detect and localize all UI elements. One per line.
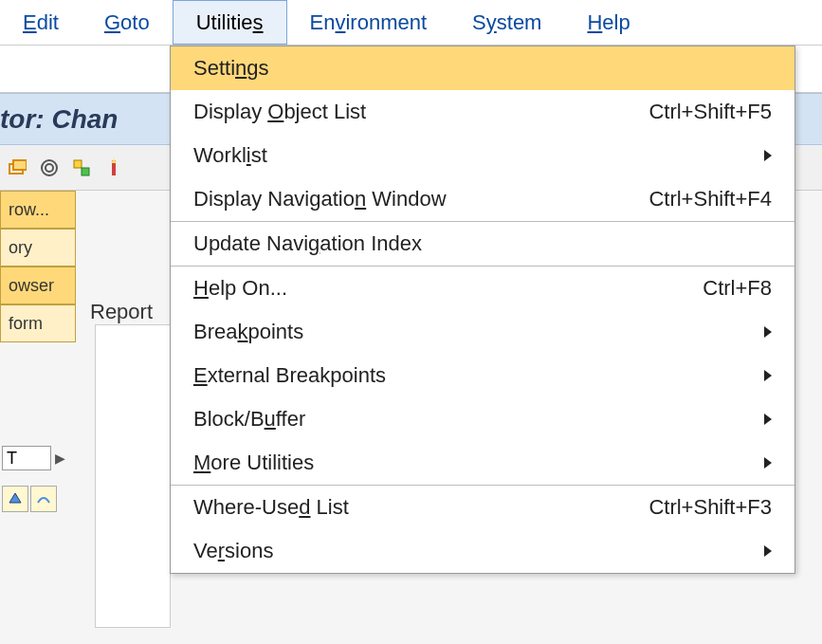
left-tab-3[interactable]: form [0, 304, 76, 342]
chevron-right-icon [764, 150, 772, 161]
menu-item-shortcut: Ctrl+F8 [703, 276, 772, 301]
mini-icons [2, 486, 57, 512]
menu-item-display-object-list[interactable]: Display Object ListCtrl+Shift+F5 [171, 90, 795, 134]
menu-item-external-breakpoints[interactable]: External Breakpoints [171, 354, 795, 397]
left-tab-2[interactable]: owser [0, 267, 76, 304]
mini-icon-1[interactable] [2, 486, 28, 512]
svg-rect-1 [13, 160, 27, 170]
menu-item-label: External Breakpoints [193, 363, 745, 388]
menu-item-label: More Utilities [193, 451, 745, 475]
box2-icon[interactable] [68, 155, 95, 181]
editor-gutter [95, 324, 171, 628]
menubar-item-system[interactable]: System [449, 0, 564, 45]
menubar-item-edit[interactable]: Edit [0, 0, 82, 45]
menu-item-label: Display Object List [193, 100, 630, 124]
svg-point-3 [46, 164, 53, 172]
menubar-item-goto[interactable]: Goto [82, 0, 173, 45]
wand-icon[interactable] [100, 155, 127, 181]
chevron-right-icon [764, 545, 772, 557]
menu-item-display-navigation-window[interactable]: Display Navigation WindowCtrl+Shift+F4 [171, 177, 795, 221]
menu-item-where-used-list[interactable]: Where-Used ListCtrl+Shift+F3 [171, 486, 795, 529]
menu-item-shortcut: Ctrl+Shift+F4 [648, 187, 772, 212]
menu-item-more-utilities[interactable]: More Utilities [171, 441, 795, 485]
left-tabs: row...oryowserform [0, 191, 76, 342]
menu-item-settings[interactable]: Settings [171, 46, 795, 90]
menu-item-label: Versions [193, 539, 745, 563]
menu-item-label: Update Navigation Index [193, 231, 772, 256]
menu-item-help-on-[interactable]: Help On...Ctrl+F8 [171, 267, 795, 310]
svg-marker-7 [111, 158, 117, 163]
menu-item-breakpoints[interactable]: Breakpoints [171, 310, 795, 354]
menu-item-label: Where-Used List [193, 495, 630, 520]
menu-item-shortcut: Ctrl+Shift+F5 [648, 100, 772, 124]
box-icon[interactable] [4, 155, 30, 181]
mini-icon-2[interactable] [30, 486, 57, 512]
menu-item-label: Worklist [193, 143, 745, 168]
title-text: tor: Chan [0, 104, 118, 135]
chevron-right-icon [764, 370, 772, 381]
menubar-item-environment[interactable]: Environment [287, 0, 450, 45]
left-tab-0[interactable]: row... [0, 191, 76, 229]
chevron-right-icon [764, 414, 772, 425]
utilities-dropdown: SettingsDisplay Object ListCtrl+Shift+F5… [170, 46, 795, 574]
left-tab-1[interactable]: ory [0, 229, 76, 267]
menu-item-shortcut: Ctrl+Shift+F3 [648, 495, 772, 520]
svg-point-2 [42, 160, 57, 175]
svg-rect-5 [82, 168, 89, 175]
menubar: EditGotoUtilitiesEnvironmentSystemHelp [0, 0, 822, 46]
svg-rect-4 [74, 160, 82, 168]
field-row: ▶ [2, 446, 65, 470]
menu-item-label: Block/Buffer [193, 407, 745, 432]
menu-item-block-buffer[interactable]: Block/Buffer [171, 397, 795, 441]
chevron-right-icon [764, 457, 772, 469]
field-input[interactable] [2, 446, 51, 470]
report-label: Report [90, 300, 153, 324]
svg-marker-8 [9, 493, 21, 503]
menu-item-update-navigation-index[interactable]: Update Navigation Index [171, 222, 795, 266]
menu-item-label: Help On... [193, 276, 684, 301]
menubar-item-utilities[interactable]: Utilities [173, 0, 287, 45]
menu-item-label: Settings [193, 56, 772, 81]
menu-item-label: Display Navigation Window [193, 187, 630, 212]
menu-item-versions[interactable]: Versions [171, 529, 795, 573]
menu-item-label: Breakpoints [193, 320, 745, 344]
spiral-icon[interactable] [36, 155, 63, 181]
menu-item-worklist[interactable]: Worklist [171, 134, 795, 177]
chevron-right-icon[interactable]: ▶ [55, 451, 65, 466]
menubar-item-help[interactable]: Help [564, 0, 652, 45]
chevron-right-icon [764, 326, 772, 338]
